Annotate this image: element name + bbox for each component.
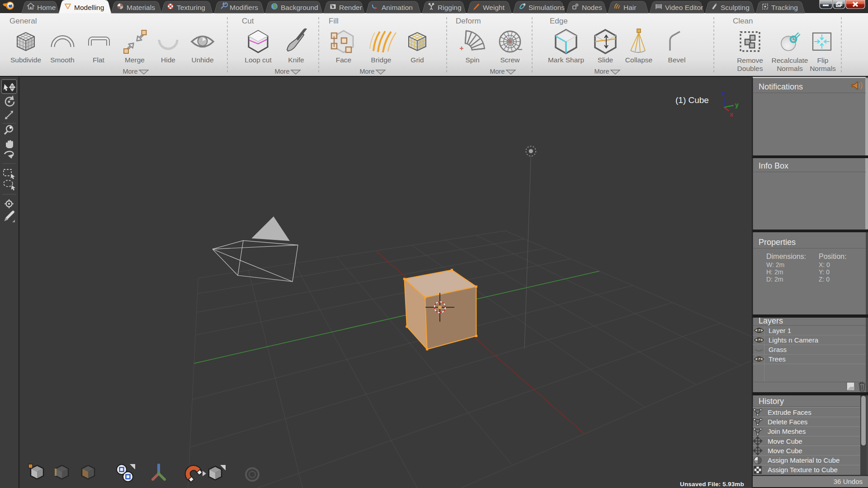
svg-text:Remove: Remove bbox=[737, 56, 763, 64]
svg-text:Grid: Grid bbox=[410, 56, 424, 64]
svg-text:Flip: Flip bbox=[817, 56, 829, 64]
svg-text:Cut: Cut bbox=[242, 17, 254, 25]
svg-text:Loop cut: Loop cut bbox=[245, 56, 272, 64]
svg-text:Face: Face bbox=[336, 56, 351, 64]
svg-text:More: More bbox=[123, 68, 137, 75]
svg-text:y: y bbox=[735, 101, 739, 108]
svg-text:Delete Faces: Delete Faces bbox=[768, 418, 807, 426]
svg-text:Render: Render bbox=[339, 4, 362, 11]
svg-text:General: General bbox=[9, 17, 37, 25]
svg-text:Info Box: Info Box bbox=[759, 161, 788, 170]
svg-text:Knife: Knife bbox=[288, 56, 304, 64]
svg-text:Collapse: Collapse bbox=[625, 56, 652, 64]
svg-text:Position:: Position: bbox=[819, 253, 846, 260]
svg-text:Trees: Trees bbox=[769, 355, 786, 363]
svg-text:Move Cube: Move Cube bbox=[768, 437, 802, 445]
svg-text:Clean: Clean bbox=[733, 17, 753, 25]
svg-text:Screw: Screw bbox=[500, 56, 520, 64]
svg-text:Texturing: Texturing bbox=[177, 4, 205, 11]
svg-text:Hide: Hide bbox=[161, 56, 175, 64]
svg-text:Edge: Edge bbox=[550, 17, 568, 25]
svg-text:Home: Home bbox=[37, 4, 56, 11]
svg-text:Weight: Weight bbox=[483, 4, 505, 11]
svg-text:Recalculate: Recalculate bbox=[772, 56, 808, 64]
svg-text:Deform: Deform bbox=[456, 17, 481, 25]
svg-text:Hair: Hair bbox=[623, 4, 636, 11]
svg-text:Bridge: Bridge bbox=[371, 56, 392, 64]
svg-text:Assign Material to Cube: Assign Material to Cube bbox=[768, 456, 840, 464]
svg-text:Simulations: Simulations bbox=[528, 4, 565, 11]
svg-text:Doubles: Doubles bbox=[737, 65, 763, 72]
svg-text:Lights n Camera: Lights n Camera bbox=[769, 336, 819, 344]
svg-text:Z: 0: Z: 0 bbox=[819, 276, 830, 283]
svg-text:Grass: Grass bbox=[769, 346, 787, 353]
svg-text:Background: Background bbox=[281, 4, 318, 11]
svg-text:Modifiers: Modifiers bbox=[230, 4, 258, 11]
svg-text:Flat: Flat bbox=[93, 56, 105, 64]
svg-text:W: 2m: W: 2m bbox=[766, 261, 784, 268]
svg-text:Layer 1: Layer 1 bbox=[769, 327, 791, 334]
svg-text:Sculpting: Sculpting bbox=[721, 4, 750, 11]
svg-text:z: z bbox=[722, 90, 725, 97]
svg-text:Slide: Slide bbox=[598, 56, 613, 64]
svg-text:Normals: Normals bbox=[810, 65, 836, 72]
svg-text:Merge: Merge bbox=[125, 56, 145, 64]
svg-text:Extrude Faces: Extrude Faces bbox=[768, 408, 811, 416]
svg-text:Subdivide: Subdivide bbox=[10, 56, 41, 64]
svg-text:D: 2m: D: 2m bbox=[766, 276, 783, 283]
svg-text:More: More bbox=[274, 68, 289, 75]
svg-text:36 Undos: 36 Undos bbox=[834, 478, 863, 485]
svg-text:Normals: Normals bbox=[777, 65, 803, 72]
svg-text:Layers: Layers bbox=[759, 316, 783, 325]
svg-text:Video Editor: Video Editor bbox=[665, 4, 703, 11]
svg-text:Dimensions:: Dimensions: bbox=[766, 253, 806, 260]
svg-text:Assign Texture to Cube: Assign Texture to Cube bbox=[768, 466, 838, 474]
svg-text:Bevel: Bevel bbox=[668, 56, 686, 64]
svg-text:More: More bbox=[359, 68, 374, 75]
svg-text:Nodes: Nodes bbox=[582, 4, 602, 11]
svg-text:Rigging: Rigging bbox=[438, 4, 462, 11]
svg-text:Fill: Fill bbox=[329, 17, 339, 25]
svg-text:Tracking: Tracking bbox=[771, 4, 798, 11]
svg-text:More: More bbox=[490, 68, 505, 75]
svg-text:History: History bbox=[759, 397, 784, 406]
svg-text:Smooth: Smooth bbox=[50, 56, 74, 64]
svg-text:(1) Cube: (1) Cube bbox=[675, 95, 709, 105]
svg-text:Move Cube: Move Cube bbox=[768, 447, 802, 455]
svg-text:x: x bbox=[730, 111, 733, 118]
svg-text:Animation: Animation bbox=[382, 4, 413, 11]
svg-text:Modelling: Modelling bbox=[74, 4, 104, 11]
svg-text:More: More bbox=[594, 68, 609, 75]
svg-text:Notifications: Notifications bbox=[759, 82, 803, 91]
svg-text:Unsaved File: 5.93mb: Unsaved File: 5.93mb bbox=[680, 481, 744, 488]
svg-text:Unhide: Unhide bbox=[191, 56, 213, 64]
svg-text:Materials: Materials bbox=[127, 4, 155, 11]
svg-text:Mark Sharp: Mark Sharp bbox=[548, 56, 584, 64]
svg-text:Join Meshes: Join Meshes bbox=[768, 427, 806, 435]
svg-text:H: 2m: H: 2m bbox=[766, 268, 783, 276]
svg-text:X: 0: X: 0 bbox=[819, 261, 830, 268]
svg-text:Spin: Spin bbox=[465, 56, 479, 64]
svg-text:Properties: Properties bbox=[759, 238, 796, 247]
svg-text:Y: 0: Y: 0 bbox=[819, 268, 830, 276]
